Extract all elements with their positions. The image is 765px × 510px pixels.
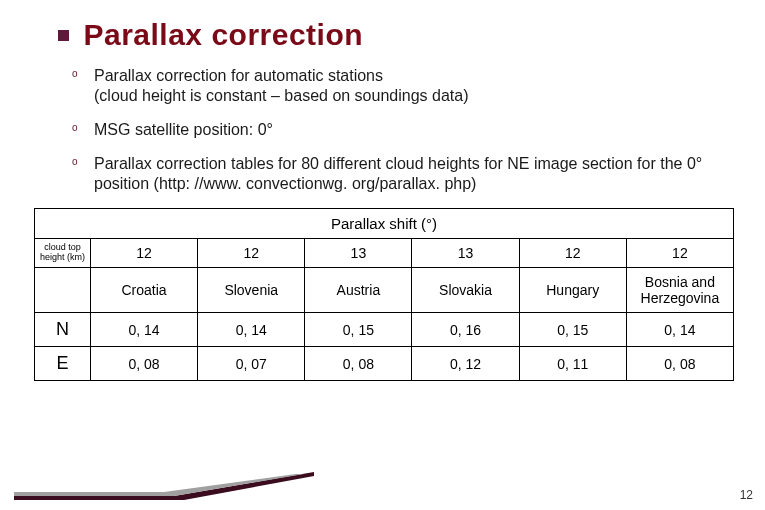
row-header-label: cloud top height (km) <box>35 239 91 268</box>
circle-bullet-icon: o <box>72 68 78 81</box>
table-cell: 13 <box>305 239 412 268</box>
table-cell: 0, 07 <box>198 347 305 381</box>
table-cell: 12 <box>198 239 305 268</box>
table-cell: 0, 15 <box>519 313 626 347</box>
table-cell: Slovakia <box>412 268 519 313</box>
table-cell: Bosnia and Herzegovina <box>626 268 733 313</box>
list-item-text: MSG satellite position: 0° <box>94 121 273 138</box>
table-cell: 0, 16 <box>412 313 519 347</box>
list-item: o Parallax correction for automatic stat… <box>72 66 712 106</box>
table-cell: 0, 14 <box>198 313 305 347</box>
page-number: 12 <box>740 488 753 502</box>
table-cell: 0, 08 <box>91 347 198 381</box>
table-cell: 12 <box>519 239 626 268</box>
list-item-text: Parallax correction for automatic statio… <box>94 67 468 104</box>
title-row: Parallax correction <box>0 0 765 52</box>
table-row: N 0, 14 0, 14 0, 15 0, 16 0, 15 0, 14 <box>35 313 734 347</box>
table-row: Croatia Slovenia Austria Slovakia Hungar… <box>35 268 734 313</box>
square-bullet-icon <box>58 30 69 41</box>
bullet-list: o Parallax correction for automatic stat… <box>72 66 712 194</box>
table-cell: Croatia <box>91 268 198 313</box>
parallax-table: Parallax shift (°) cloud top height (km)… <box>34 208 734 381</box>
decorative-swoosh-icon <box>14 472 314 502</box>
table-row: cloud top height (km) 12 12 13 13 12 12 <box>35 239 734 268</box>
table-cell: Austria <box>305 268 412 313</box>
list-item: o MSG satellite position: 0° <box>72 120 712 140</box>
table-cell: 0, 11 <box>519 347 626 381</box>
table-cell: 12 <box>626 239 733 268</box>
table-row: E 0, 08 0, 07 0, 08 0, 12 0, 11 0, 08 <box>35 347 734 381</box>
table-cell: Hungary <box>519 268 626 313</box>
table-cell: 0, 15 <box>305 313 412 347</box>
table-cell: 0, 08 <box>305 347 412 381</box>
table-cell: 0, 08 <box>626 347 733 381</box>
page-title: Parallax correction <box>83 18 363 52</box>
circle-bullet-icon: o <box>72 156 78 169</box>
list-item: o Parallax correction tables for 80 diff… <box>72 154 712 194</box>
row-label: E <box>35 347 91 381</box>
table-cell: 12 <box>91 239 198 268</box>
slide: Parallax correction o Parallax correctio… <box>0 0 765 510</box>
table-cell: 0, 14 <box>91 313 198 347</box>
table-cell <box>35 268 91 313</box>
table-cell: 0, 12 <box>412 347 519 381</box>
row-label: N <box>35 313 91 347</box>
circle-bullet-icon: o <box>72 122 78 135</box>
table-caption-row: Parallax shift (°) <box>35 209 734 239</box>
parallax-url-text: (http: //www. convectionwg. org/parallax… <box>154 175 477 192</box>
table-caption: Parallax shift (°) <box>35 209 734 239</box>
table-cell: 0, 14 <box>626 313 733 347</box>
table-cell: Slovenia <box>198 268 305 313</box>
table-cell: 13 <box>412 239 519 268</box>
